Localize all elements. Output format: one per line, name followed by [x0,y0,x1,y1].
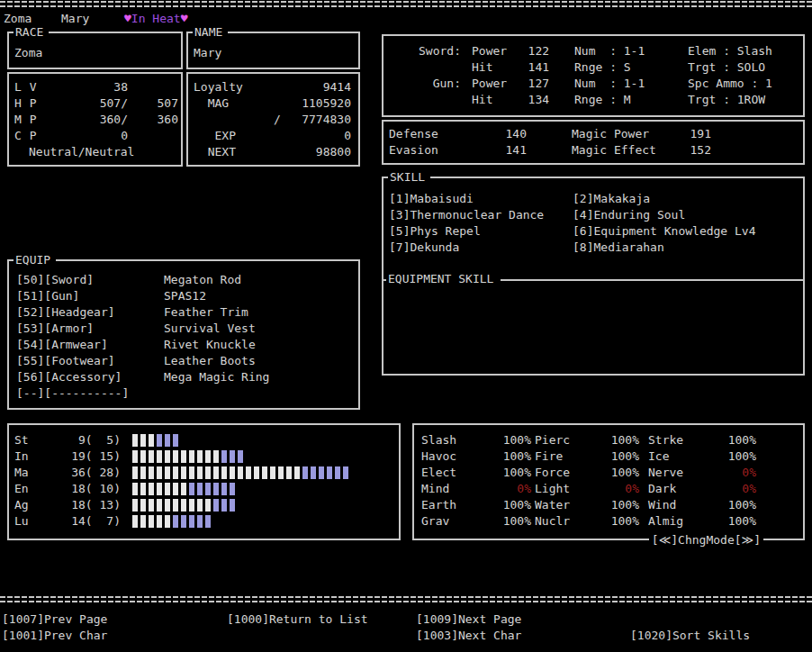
top-name-label: Mary [61,11,89,27]
resist-value: 100% [589,465,639,481]
stat-bar-segment-base [132,515,138,528]
weapon-stat-cell: Hit 141 [472,59,574,76]
stat-bar-segment-base [173,466,178,479]
equip-item-name: Mega Magic Ring [164,369,269,385]
skill-item[interactable]: [3]Thermonuclear Dance [389,207,573,223]
stat-bar-segment-base [149,499,154,512]
stat-bar-segment-base [189,499,194,512]
skill-item[interactable]: [8]Mediarahan [573,240,803,256]
resist-name: Water [535,497,589,513]
equip-row[interactable]: [50][Sword]Megaton Rod [16,272,358,288]
stat-bar-segment-base [254,466,259,479]
stat-bar-label: Ag [14,497,41,513]
equip-row[interactable]: [54][Armwear]Rivet Knuckle [16,337,358,353]
stat-row: MP360/360 [14,112,181,128]
stat-bar-row: En18( 10) [14,481,399,497]
stat-bar-segment-base [149,466,154,479]
heart-icon: ♥ [124,12,131,25]
stat-bar-segment-base [165,515,170,528]
equip-row[interactable]: [53][Armor]Survival Vest [16,321,358,337]
stat-bar-label: In [14,448,41,465]
resist-name: Earth [421,497,479,513]
equip-item-name: Rivet Knuckle [164,337,256,353]
stat-bar-segment-bonus [213,499,219,512]
command-return-to-list[interactable]: [1000]Return to List [227,611,368,628]
skill-item[interactable]: [4]Enduring Soul [573,207,803,223]
equip-slot: [52][Headgear] [16,304,164,321]
stat-bar [132,466,348,479]
stat-bar-segment-bonus [311,466,316,479]
skill-item[interactable]: [5]Phys Repel [389,223,573,240]
alignment-value: Neutral/Neutral [14,144,181,160]
command-prev-char[interactable]: [1001]Prev Char [2,628,107,644]
stat-bar-segment-base [173,499,178,512]
equip-item-name: Megaton Rod [164,272,241,288]
weapon-stat-cell: Trgt : 1ROW [688,92,803,108]
skill-item[interactable]: [7]Dekunda [389,240,573,256]
equip-slot: [53][Armor] [16,321,164,337]
equip-slot: [54][Armwear] [16,337,164,353]
stat-bar-segment-bonus [205,515,211,528]
stat-bar-segment-base [149,483,154,495]
stat-bar-segment-base [140,515,146,528]
stat-bar-segment-bonus [238,450,243,463]
weapon-stat-cell: Num : 1-1 [574,43,688,59]
resist-value: 100% [479,513,531,530]
stat-bar-segment-base [165,466,170,479]
resist-name: Nuclr [535,513,589,530]
equipment-list: [50][Sword]Megaton Rod[51][Gun]SPAS12[52… [9,261,358,402]
stat-bar-segment-base [205,466,211,479]
stat-value-max: 360 [128,112,178,128]
equip-row[interactable]: [55][Footwear]Leather Boots [16,353,358,369]
equipment-skill-divider: EQUIPMENT SKILL [383,279,803,281]
resist-name: Fire [535,448,589,465]
stat-bars-box: St9( 5)In19( 15)Ma36( 28)En18( 10)Ag18( … [7,423,401,540]
equip-row[interactable]: [52][Headgear]Feather Trim [16,304,358,321]
stat-bar-segment-bonus [230,450,235,463]
stat-bar-segment-bonus [230,483,235,495]
resist-name: Havoc [421,448,479,465]
separator-bottom [0,596,812,603]
command-prev-page[interactable]: [1007]Prev Page [2,611,107,628]
resource-label: EXP [194,128,236,144]
stat-bar-segment-base [157,499,162,512]
command-next-page[interactable]: [1009]Next Page [416,611,521,628]
stat-bar-segment-base [286,466,292,479]
stat-bar-row: In19( 15) [14,448,399,465]
resource-row: MAG1105920 [194,95,351,112]
command-next-char[interactable]: [1003]Next Char [416,628,521,644]
stat-bar-segment-base [140,499,146,512]
equip-row[interactable]: [56][Accessory]Mega Magic Ring [16,369,358,385]
stat-bar-value: 19( 15) [41,448,121,465]
stat-label: CP [14,128,61,144]
weapon-stat-cell: Num : 1-1 [574,76,688,92]
resist-name: Mind [421,481,479,497]
equip-slot: [56][Accessory] [16,369,164,385]
resource-value: 1105920 [229,95,351,112]
command-sort-skills[interactable]: [1020]Sort Skills [630,628,750,644]
stat-bar-segment-base [149,515,154,528]
name-box: NAME Mary [186,32,360,69]
skill-item[interactable]: [6]Equipment Knowledge Lv4 [573,223,803,240]
stat-bar-value: 18( 13) [41,497,121,513]
stat-bar-value: 9( 5) [41,432,121,448]
resist-name: Slash [421,432,479,448]
resource-value: 98800 [236,144,351,160]
change-mode-control[interactable]: [≪]ChngMode[≫] [649,532,763,548]
stat-bar-segment-base [157,450,162,463]
resist-value: 0% [700,465,756,481]
equip-row[interactable]: [--][----------] [16,385,358,402]
stat-bar-segment-bonus [205,483,211,495]
stat-bar-segment-base [149,434,154,447]
stat-bar-segment-base [149,450,154,463]
stat-bar-row: St9( 5) [14,432,399,448]
stat-bar-label: Lu [14,513,41,530]
skill-item[interactable]: [1]Mabaisudi [389,191,573,207]
stat-bar-segment-bonus [181,515,186,528]
defense-stats-box: Defense140Magic Power191Evasion141Magic … [382,120,805,165]
equip-row[interactable]: [51][Gun]SPAS12 [16,288,358,304]
weapon-stat-cell: Power 127 [472,76,574,92]
weapon-stats-box: Sword:Power 122Num : 1-1Elem : SlashHit … [382,34,805,117]
stat-bar-segment-bonus [221,450,227,463]
skill-item[interactable]: [2]Makakaja [573,191,803,207]
